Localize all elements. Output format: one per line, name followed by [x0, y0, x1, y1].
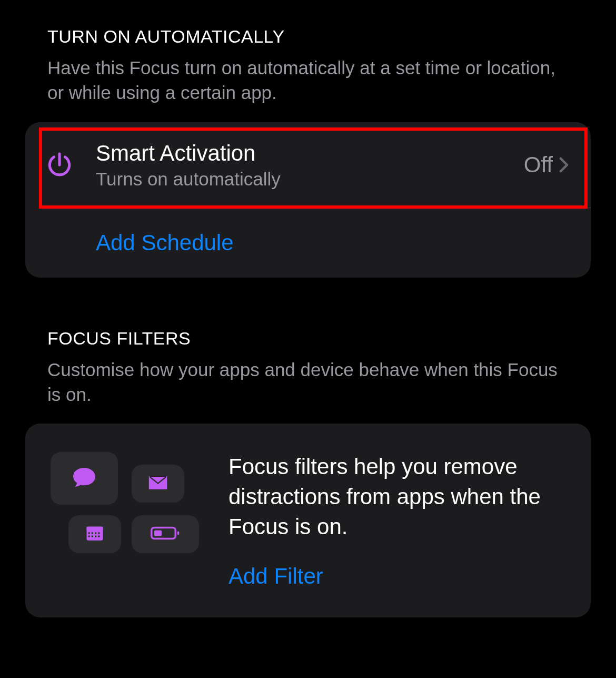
- svg-rect-6: [98, 533, 100, 534]
- filters-description: Focus filters help you remove distractio…: [228, 452, 565, 542]
- svg-rect-5: [95, 533, 96, 534]
- battery-icon: [151, 526, 180, 543]
- focus-filters-header: FOCUS FILTERS: [47, 328, 591, 349]
- svg-rect-9: [95, 536, 96, 537]
- svg-rect-7: [88, 536, 90, 537]
- focus-filters-card: Focus filters help you remove distractio…: [25, 424, 591, 617]
- speech-bubble-icon: [72, 466, 97, 491]
- mail-icon: [148, 475, 168, 492]
- power-icon: [43, 149, 76, 181]
- calendar-tile: [68, 515, 121, 553]
- add-schedule-label: Add Schedule: [96, 230, 234, 255]
- smart-activation-content: Smart Activation Turns on automatically: [96, 140, 524, 190]
- filter-icon-grid: [51, 452, 199, 553]
- filters-content: Focus filters help you remove distractio…: [228, 452, 565, 589]
- add-filter-label: Add Filter: [228, 564, 323, 588]
- focus-filters-section: FOCUS FILTERS Customise how your apps an…: [25, 328, 591, 618]
- add-filter-button[interactable]: Add Filter: [228, 564, 565, 589]
- svg-rect-10: [98, 536, 100, 537]
- svg-rect-2: [87, 527, 103, 531]
- focus-filters-subtitle: Customise how your apps and device behav…: [47, 357, 569, 407]
- turn-on-automatically-section: TURN ON AUTOMATICALLY Have this Focus tu…: [25, 26, 591, 278]
- svg-rect-3: [88, 533, 90, 534]
- smart-activation-value: Off: [524, 152, 553, 178]
- calendar-icon: [85, 524, 105, 544]
- smart-activation-title: Smart Activation: [96, 140, 524, 166]
- smart-activation-subtitle: Turns on automatically: [96, 169, 524, 190]
- turn-on-header: TURN ON AUTOMATICALLY: [47, 26, 591, 47]
- turn-on-subtitle: Have this Focus turn on automatically at…: [47, 55, 569, 105]
- svg-rect-12: [154, 530, 162, 536]
- svg-rect-8: [92, 536, 93, 537]
- svg-rect-4: [92, 533, 93, 534]
- turn-on-card: Smart Activation Turns on automatically …: [25, 122, 591, 278]
- mail-tile: [132, 465, 184, 503]
- svg-rect-13: [177, 532, 180, 535]
- smart-activation-row[interactable]: Smart Activation Turns on automatically …: [25, 122, 591, 208]
- add-schedule-row[interactable]: Add Schedule: [25, 208, 591, 278]
- messages-tile: [51, 452, 118, 505]
- chevron-right-icon: [559, 156, 569, 173]
- battery-tile: [132, 515, 199, 553]
